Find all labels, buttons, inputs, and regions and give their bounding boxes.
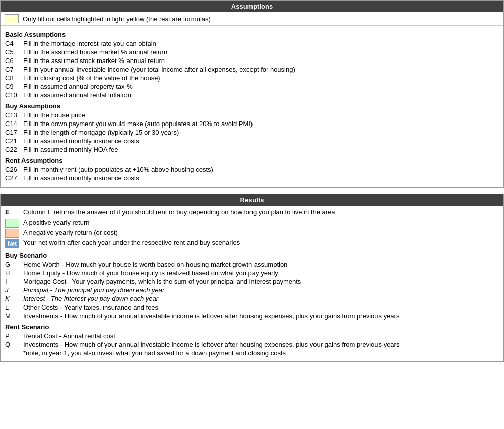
cell-label: I	[5, 278, 23, 285]
buy-assumptions-title: Buy Assumptions	[5, 102, 499, 110]
results-header: Results	[1, 194, 503, 206]
cell-label: C4	[5, 40, 23, 47]
legend-row: Only fill out cells highlighted in light…	[1, 12, 503, 26]
footnote-text: *note, in year 1, you also invest what y…	[23, 349, 499, 357]
buy-assumption-row: C14Fill in the down payment you would ma…	[5, 119, 499, 128]
column-e-label: E	[5, 208, 23, 216]
cell-label: J	[5, 286, 23, 294]
footnote-row: *note, in year 1, you also invest what y…	[5, 349, 499, 357]
results-buy-row: KInterest - The interest you pay down ea…	[5, 294, 499, 303]
assumptions-body: Basic Assumptions C4Fill in the mortage …	[1, 26, 503, 187]
rent-assumption-row: C27Fill in assumed monthly insurance cos…	[5, 174, 499, 182]
results-buy-row: HHome Equity - How much of your house eq…	[5, 269, 499, 277]
positive-return-row: A positive yearly return	[5, 218, 499, 228]
cell-text: Principal - The principal you pay down e…	[23, 286, 499, 294]
basic-assumptions-title: Basic Assumptions	[5, 31, 499, 38]
cell-text: Fill in assumed monthly HOA fee	[23, 146, 499, 153]
results-buy-title: Buy Scenario	[5, 252, 499, 259]
positive-return-text: A positive yearly return	[23, 219, 499, 226]
results-rent-row: QInvestments - How much of your annual i…	[5, 340, 499, 349]
buy-assumption-row: C13Fill in the house price	[5, 111, 499, 119]
legend-text: Only fill out cells highlighted in light…	[23, 15, 211, 23]
cell-label: P	[5, 332, 23, 340]
cell-text: Fill in assumed monthly insurance costs	[23, 174, 499, 182]
cell-text: Fill in your annual investable income (y…	[23, 66, 499, 73]
cell-text: Home Worth - How much your house is wort…	[23, 261, 499, 268]
buy-assumption-row: C22Fill in assumed monthly HOA fee	[5, 145, 499, 154]
cell-label: C5	[5, 48, 23, 56]
cell-label: C9	[5, 83, 23, 90]
negative-return-text: A negative yearly return (or cost)	[23, 229, 499, 236]
cell-text: Fill in the assumed stock market % annua…	[23, 57, 499, 65]
cell-label: C22	[5, 146, 23, 153]
cell-label: L	[5, 303, 23, 311]
basic-rows: C4Fill in the mortage interest rate you …	[5, 39, 499, 99]
cell-label: G	[5, 261, 23, 268]
results-buy-row: LOther Costs - Yearly taxes, insurance a…	[5, 303, 499, 312]
basic-assumption-row: C10Fill in assumed annual rental inflati…	[5, 91, 499, 99]
cell-text: Investments - How much of your annual in…	[23, 341, 499, 348]
rent-assumption-row: C26Fill in monthly rent (auto populates …	[5, 165, 499, 174]
results-section: Results E Column E returns the answer of…	[0, 194, 504, 362]
net-label: Net	[5, 239, 19, 248]
assumptions-header: Assumptions	[1, 1, 503, 12]
results-buy-row: MInvestments - How much of your annual i…	[5, 312, 499, 320]
cell-label: C7	[5, 66, 23, 73]
buy-assumption-row: C17Fill in the length of mortgage (typic…	[5, 128, 499, 137]
net-text: Your net worth after each year under the…	[23, 239, 499, 247]
cell-text: Fill in the length of mortgage (typicall…	[23, 129, 499, 136]
cell-text: Fill in closing cost (% of the value of …	[23, 74, 499, 82]
cell-text: Fill in assumed annual rental inflation	[23, 91, 499, 99]
column-e-text: Column E returns the answer of if you sh…	[23, 208, 499, 216]
results-buy-rows: GHome Worth - How much your house is wor…	[5, 260, 499, 320]
yellow-legend-box	[5, 14, 19, 23]
results-rent-rows: PRental Cost - Annual rental costQInvest…	[5, 332, 499, 349]
cell-label: C26	[5, 166, 23, 173]
cell-label: C14	[5, 120, 23, 128]
cell-text: Rental Cost - Annual rental cost	[23, 332, 499, 340]
cell-text: Home Equity - How much of your house equ…	[23, 269, 499, 277]
rent-assumptions-title: Rent Assumptions	[5, 157, 499, 164]
cell-label: C10	[5, 91, 23, 99]
cell-text: Fill in the assumed house market % annua…	[23, 48, 499, 56]
positive-color-box	[5, 219, 19, 228]
results-buy-row: GHome Worth - How much your house is wor…	[5, 260, 499, 269]
basic-assumption-row: C4Fill in the mortage interest rate you …	[5, 39, 499, 48]
column-e-row: E Column E returns the answer of if you …	[5, 208, 499, 216]
cell-text: Fill in the mortage interest rate you ca…	[23, 40, 499, 47]
cell-text: Fill in assumed monthly insurance costs	[23, 137, 499, 145]
negative-color-box	[5, 229, 19, 238]
cell-label: Q	[5, 341, 23, 348]
net-row: Net Your net worth after each year under…	[5, 238, 499, 249]
cell-text: Investments - How much of your annual in…	[23, 312, 499, 320]
cell-label: M	[5, 312, 23, 320]
cell-text: Mortgage Cost - Your yearly payments, wh…	[23, 278, 499, 285]
cell-text: Other Costs - Yearly taxes, insurance an…	[23, 303, 499, 311]
buy-rows: C13Fill in the house priceC14Fill in the…	[5, 111, 499, 154]
cell-label: H	[5, 269, 23, 277]
basic-assumption-row: C6Fill in the assumed stock market % ann…	[5, 56, 499, 65]
results-buy-row: IMortgage Cost - Your yearly payments, w…	[5, 277, 499, 286]
results-buy-row: JPrincipal - The principal you pay down …	[5, 286, 499, 294]
negative-return-row: A negative yearly return (or cost)	[5, 228, 499, 238]
results-rent-title: Rent Scenario	[5, 323, 499, 331]
cell-label: C17	[5, 129, 23, 136]
cell-label: C27	[5, 174, 23, 182]
cell-label: C13	[5, 111, 23, 119]
results-rent-row: PRental Cost - Annual rental cost	[5, 332, 499, 340]
cell-label: C21	[5, 137, 23, 145]
rent-rows: C26Fill in monthly rent (auto populates …	[5, 165, 499, 182]
buy-assumption-row: C21Fill in assumed monthly insurance cos…	[5, 137, 499, 145]
cell-label: K	[5, 295, 23, 302]
results-body: E Column E returns the answer of if you …	[1, 206, 503, 362]
cell-text: Fill in assumed annual property tax %	[23, 83, 499, 90]
cell-label: C8	[5, 74, 23, 82]
basic-assumption-row: C9Fill in assumed annual property tax %	[5, 82, 499, 91]
cell-text: Fill in the house price	[23, 111, 499, 119]
basic-assumption-row: C5Fill in the assumed house market % ann…	[5, 48, 499, 56]
basic-assumption-row: C7Fill in your annual investable income …	[5, 65, 499, 74]
basic-assumption-row: C8Fill in closing cost (% of the value o…	[5, 74, 499, 82]
cell-text: Fill in monthly rent (auto populates at …	[23, 166, 499, 173]
cell-text: Fill in the down payment you would make …	[23, 120, 499, 128]
cell-text: Interest - The interest you pay down eac…	[23, 295, 499, 302]
